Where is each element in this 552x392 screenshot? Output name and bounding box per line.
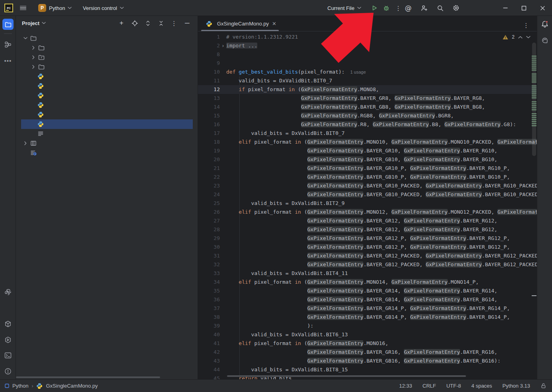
code-line-27[interactable]: 27 GxPixelFormatEntry.BAYER_GR12, GxPixe… (198, 216, 537, 225)
tree-item-gxsimplegrab-py[interactable] (16, 100, 198, 110)
code-line-20[interactable]: 20 GxPixelFormatEntry.BAYER_GB10, GxPixe… (198, 155, 537, 164)
breadcrumb-file[interactable]: GxSingleCamMono.py (46, 383, 98, 389)
project-widget[interactable]: P Python (38, 0, 72, 16)
tool-python-packages-button[interactable] (2, 318, 14, 330)
unlock-icon[interactable] (540, 383, 546, 389)
editor-horizontal-scrollbar[interactable] (227, 375, 466, 377)
minimize-button[interactable] (496, 0, 515, 16)
tool-project-button[interactable] (2, 19, 14, 30)
collapse-all-button[interactable] (156, 18, 166, 28)
code-line-26[interactable]: 26 elif pixel_format in (GxPixelFormatEn… (198, 208, 537, 216)
indent-setting[interactable]: 4 spaces (472, 383, 492, 389)
notifications-button[interactable] (540, 20, 550, 29)
code-line-37[interactable]: 37 GxPixelFormatEntry.BAYER_GR14_P, GxPi… (198, 304, 537, 313)
code-line-14[interactable]: 14 GxPixelFormatEntry.BAYER_GB8, GxPixel… (198, 103, 537, 111)
code-line-18[interactable]: 18 elif pixel_format in (GxPixelFormatEn… (198, 138, 537, 146)
project-panel-title-dropdown[interactable]: Project (22, 20, 46, 26)
code-line-40[interactable]: 40 valid_bits = DxValidBit.BIT6_13 (198, 330, 537, 339)
tool-structure-button[interactable] (2, 39, 14, 50)
code-line-1[interactable]: 1# version:1.1.2312.9221 (198, 33, 537, 41)
debug-button[interactable] (380, 2, 392, 14)
tool-terminal-button[interactable] (2, 350, 14, 361)
run-button[interactable] (368, 2, 380, 14)
more-tool-windows-button[interactable]: ••• (2, 55, 14, 66)
line-ending[interactable]: CRLF (423, 383, 436, 389)
maximize-button[interactable] (515, 0, 533, 16)
tree-horizontal-scrollbar[interactable] (16, 376, 160, 378)
run-configuration-selector[interactable]: Current File (327, 5, 361, 11)
tree-item-gxsinglecamcolor-py[interactable] (16, 110, 198, 119)
code-line-31[interactable]: 31 GxPixelFormatEntry.BAYER_GR12_PACKED,… (198, 252, 537, 260)
tree-item-readme-txt[interactable] (16, 129, 198, 138)
ai-assistant-button[interactable] (540, 36, 550, 45)
hide-panel-button[interactable]: ─ (182, 18, 192, 28)
tool-services-button[interactable] (2, 334, 14, 345)
chevron-right-icon[interactable] (29, 55, 37, 59)
tree-item-scratches-and-consoles[interactable] (16, 148, 198, 158)
code-line-11[interactable]: 11 valid_bits = DxValidBit.BIT0_7 (198, 76, 537, 85)
code-line-41[interactable]: 41 elif pixel_format in (GxPixelFormatEn… (198, 339, 537, 348)
tree-item-gxacquirecallback-py[interactable] (16, 72, 198, 81)
tree-item-gximageprocess[interactable] (16, 43, 198, 53)
tree-item-gxsinglecammono-py[interactable] (16, 119, 198, 129)
code-line-32[interactable]: 32 GxPixelFormatEntry.BAYER_GB12_PACKED,… (198, 260, 537, 269)
new-item-button[interactable]: + (117, 18, 126, 28)
tree-item-external-libraries[interactable] (16, 138, 198, 148)
code-line-42[interactable]: 42 GxPixelFormatEntry.BAYER_GR16, GxPixe… (198, 348, 537, 357)
code-line-22[interactable]: 22 GxPixelFormatEntry.BAYER_GB10_P, GxPi… (198, 173, 537, 181)
code-line-13[interactable]: 13 GxPixelFormatEntry.BAYER_GR8, GxPixel… (198, 94, 537, 103)
tree-item-gxmulticam[interactable] (16, 62, 198, 72)
code-line-36[interactable]: 36 GxPixelFormatEntry.BAYER_GB14, GxPixe… (198, 295, 537, 304)
code-area[interactable]: 1# version:1.1.2312.92212›import ...8910… (198, 31, 537, 379)
fold-indicator-icon[interactable]: › (220, 41, 226, 50)
settings-button[interactable] (450, 2, 462, 14)
code-with-me-mention-button[interactable]: @ (402, 2, 414, 14)
close-button[interactable] (533, 0, 552, 16)
code-line-19[interactable]: 19 GxPixelFormatEntry.BAYER_GR10, GxPixe… (198, 146, 537, 155)
code-line-2[interactable]: 2›import ... (198, 41, 537, 50)
chevron-right-icon[interactable] (29, 46, 37, 50)
interpreter[interactable]: Python 3.13 (503, 383, 530, 389)
code-line-15[interactable]: 15 GxPixelFormatEntry.RGB8, GxPixelForma… (198, 111, 537, 120)
code-line-35[interactable]: 35 GxPixelFormatEntry.BAYER_GR14, GxPixe… (198, 287, 537, 295)
code-line-43[interactable]: 43 GxPixelFormatEntry.BAYER_GB16, GxPixe… (198, 357, 537, 365)
chevron-down-icon[interactable] (22, 37, 29, 39)
usage-hint[interactable]: 1 usage (350, 68, 366, 76)
code-line-24[interactable]: 24 GxPixelFormatEntry.BAYER_GB10_PACKED,… (198, 190, 537, 199)
close-tab-icon[interactable]: ✕ (272, 21, 276, 27)
statusbar-module[interactable]: Python (12, 383, 28, 389)
code-line-23[interactable]: 23 GxPixelFormatEntry.BAYER_GR10_PACKED,… (198, 181, 537, 190)
chevron-right-icon[interactable] (29, 65, 37, 69)
expand-all-button[interactable] (143, 18, 153, 28)
code-line-30[interactable]: 30 GxPixelFormatEntry.BAYER_GB12_P, GxPi… (198, 243, 537, 252)
editor-tab-options-button[interactable]: ⋮ (520, 19, 532, 31)
code-line-9[interactable]: 9 (198, 59, 537, 68)
vcs-widget[interactable]: Version control (83, 0, 124, 16)
code-line-10[interactable]: 10def get_best_valid_bits(pixel_format):… (198, 68, 537, 76)
code-line-38[interactable]: 38 GxPixelFormatEntry.BAYER_GB14_P, GxPi… (198, 313, 537, 322)
next-problem-icon[interactable] (526, 36, 530, 39)
main-menu-button[interactable] (20, 0, 26, 16)
file-encoding[interactable]: UTF-8 (446, 383, 461, 389)
code-line-39[interactable]: 39 ): (198, 322, 537, 330)
code-line-16[interactable]: 16 GxPixelFormatEntry.R8, GxPixelFormatE… (198, 120, 537, 129)
tool-python-console-button[interactable] (2, 287, 14, 298)
code-line-28[interactable]: 28 GxPixelFormatEntry.BAYER_GB12, GxPixe… (198, 225, 537, 234)
tree-item-gxipy[interactable] (16, 53, 198, 62)
editor-tab[interactable]: GxSingleCamMono.py ✕ (201, 16, 282, 31)
code-line-8[interactable]: 8 (198, 50, 537, 59)
code-line-25[interactable]: 25 valid_bits = DxValidBit.BIT2_9 (198, 199, 537, 208)
tool-problems-button[interactable] (2, 366, 14, 377)
caret-position[interactable]: 12:33 (399, 383, 412, 389)
prev-problem-icon[interactable] (518, 36, 523, 39)
code-line-21[interactable]: 21 GxPixelFormatEntry.BAYER_GR10_P, GxPi… (198, 164, 537, 173)
inspections-widget[interactable]: 2 (503, 34, 530, 40)
code-line-44[interactable]: 44 valid_bits = DxValidBit.BIT8_15 (198, 365, 537, 374)
code-with-me-button[interactable] (418, 2, 430, 14)
code-line-17[interactable]: 17 valid_bits = DxValidBit.BIT0_7 (198, 129, 537, 138)
tree-item-gxacquiresofttrigger-py[interactable] (16, 81, 198, 91)
code-line-29[interactable]: 29 GxPixelFormatEntry.BAYER_GR12_P, GxPi… (198, 234, 537, 243)
panel-options-button[interactable]: ⋮ (169, 18, 179, 28)
code-line-12[interactable]: 12 if pixel_format in (GxPixelFormatEntr… (198, 85, 537, 94)
chevron-right-icon[interactable] (22, 141, 29, 145)
